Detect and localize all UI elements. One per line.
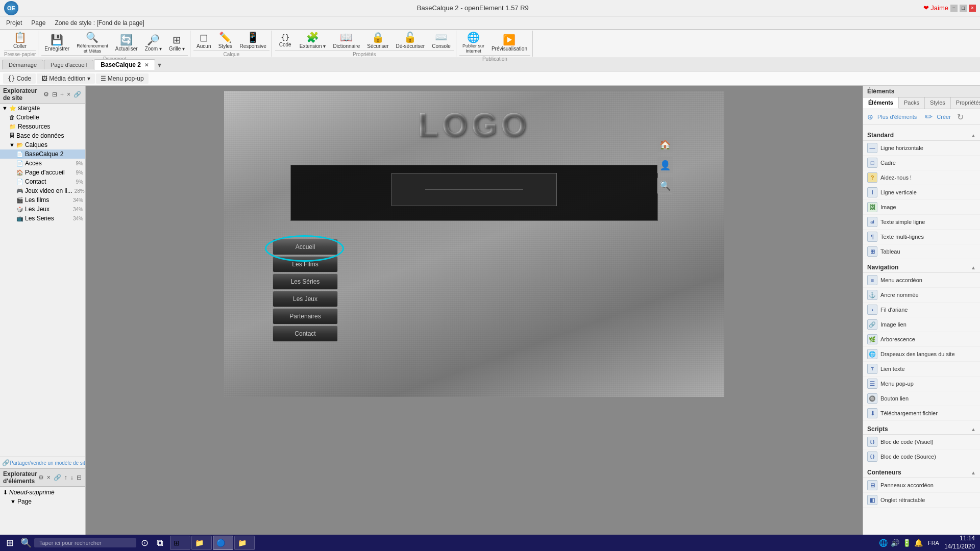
nav-series[interactable]: Les Séries [273, 273, 338, 290]
right-tab-styles[interactable]: Styles [925, 97, 951, 109]
tabs-dropdown-button[interactable]: ▾ [156, 61, 163, 69]
tab-accueil[interactable]: Page d'accueil [44, 60, 93, 69]
elem-code-source[interactable]: {} Bloc de code (Source) [863, 449, 980, 464]
taskbar-app-browser[interactable]: 🔵 [213, 536, 233, 550]
site-explorer-remove[interactable]: × [66, 90, 71, 98]
taskbar-app-folder[interactable]: 📁 [191, 536, 212, 550]
tab-close-button[interactable]: ✕ [144, 62, 149, 68]
console-button[interactable]: ⌨️ Console [429, 31, 454, 51]
coller-button[interactable]: 📋 Coller [10, 31, 30, 51]
previsualisation-button[interactable]: ▶️ Prévisualisation [488, 33, 530, 53]
tree-noeud[interactable]: ⬇ Noeud-supprimé [1, 488, 84, 497]
elem-lien-texte[interactable]: T Lien texte [863, 362, 980, 377]
navigation-collapse-icon[interactable]: ▲ [971, 265, 976, 270]
elem-settings[interactable]: ⚙ [37, 473, 45, 482]
zoom-button[interactable]: 🔎 Zoom ▾ [142, 33, 165, 53]
elem-ligne-h[interactable]: — Ligne horizontale [863, 141, 980, 156]
tree-acces[interactable]: 📄 Acces 9% [0, 159, 85, 168]
nav-partenaires[interactable]: Partenaires [273, 308, 338, 324]
elem-image-lien[interactable]: 🔗 Image lien [863, 317, 980, 332]
tree-jeux[interactable]: 🎮 Jeux video en li... 28% [0, 186, 85, 195]
right-tab-elements[interactable]: Éléments [863, 97, 899, 109]
minimize-button[interactable]: − [950, 5, 958, 12]
elem-onglet[interactable]: ◧ Onglet rétractable [863, 493, 980, 508]
extension-button[interactable]: 🧩 Extension ▾ [297, 31, 329, 51]
elem-fil-ariane[interactable]: › Fil d'ariane [863, 303, 980, 317]
site-explorer-add[interactable]: + [59, 90, 65, 98]
taskbar-search-input[interactable] [34, 538, 136, 547]
refresh-icon[interactable]: ↻ [957, 112, 964, 122]
grille-button[interactable]: ⊞ Grille ▾ [166, 33, 188, 53]
nav-accueil[interactable]: Accueil [273, 239, 338, 255]
elem-drapeaux[interactable]: 🌐 Drapeaux des langues du site [863, 347, 980, 362]
dictionnaire-button[interactable]: 📖 Dictionnaire [330, 31, 363, 51]
elem-texte-multi[interactable]: ¶ Texte multi-lignes [863, 230, 980, 244]
tree-contact[interactable]: 📄 Contact 9% [0, 177, 85, 186]
elem-aide[interactable]: ? Aidez-nous ! [863, 170, 980, 185]
tree-films[interactable]: 🎬 Les films 34% [0, 195, 85, 205]
scripts-collapse-icon[interactable]: ▲ [971, 427, 976, 432]
conteneurs-collapse-icon[interactable]: ▲ [971, 470, 976, 475]
elem-bouton-lien[interactable]: 🔘 Bouton lien [863, 391, 980, 406]
nav-jeux[interactable]: Les Jeux [273, 291, 338, 307]
elem-up[interactable]: ↑ [63, 473, 68, 482]
taskbar-cortana-icon[interactable]: ⊙ [137, 536, 152, 550]
plus-elements-button[interactable]: Plus d'éléments [877, 114, 917, 120]
elem-telechargement[interactable]: ⬇ Téléchargement fichier [863, 406, 980, 421]
enregistrer-button[interactable]: 💾 Enregistrer [41, 33, 72, 53]
publier-button[interactable]: 🌐 Publier surInternet [459, 31, 487, 55]
elem-cadre[interactable]: □ Cadre [863, 156, 980, 170]
code2-button[interactable]: {} Code [3, 73, 36, 84]
actualiser-button[interactable]: 🔄 Actualiser [112, 33, 141, 53]
elem-menu-accordeon[interactable]: ≡ Menu accordéon [863, 273, 980, 288]
jaime-button[interactable]: ❤ Jaime [923, 4, 948, 12]
canvas-scroll[interactable]: LOGO 🏠 👤 🔍 Accueil Les Fi [86, 86, 863, 535]
tree-ressources[interactable]: 📁 Ressources [0, 122, 85, 131]
elem-ligne-v[interactable]: I Ligne verticale [863, 185, 980, 200]
tree-page[interactable]: ▼ Page [1, 497, 84, 506]
taskbar-app-windows[interactable]: ⊞ [170, 536, 190, 550]
tree-corbelle[interactable]: 🗑 Corbelle [0, 113, 85, 122]
taskbar-multitask-icon[interactable]: ⧉ [153, 536, 167, 550]
creer-button[interactable]: Créer [937, 114, 951, 120]
maximize-button[interactable]: □ [960, 5, 967, 12]
tree-calques[interactable]: ▼ 📂 Calques [0, 140, 85, 149]
tab-basecalque2[interactable]: BaseCalque 2 ✕ [94, 59, 155, 70]
menu-popup-button[interactable]: ☰ Menu pop-up [96, 73, 149, 84]
right-tab-packs[interactable]: Packs [899, 97, 925, 109]
media-edition-button[interactable]: 🖼 Média édition ▾ [37, 73, 95, 84]
elem-image[interactable]: 🖼 Image [863, 200, 980, 215]
start-button[interactable]: ⊞ [2, 536, 18, 549]
elem-tableau[interactable]: ⊞ Tableau [863, 244, 980, 259]
elem-arborescence[interactable]: 🌿 Arborescence [863, 332, 980, 347]
site-explorer-link[interactable]: 🔗 [72, 90, 82, 98]
elem-link[interactable]: 🔗 [53, 473, 62, 482]
standard-collapse-icon[interactable]: ▲ [971, 133, 976, 138]
tree-series[interactable]: 📺 Les Series 34% [0, 214, 85, 223]
menu-page[interactable]: Page [27, 18, 50, 28]
right-tab-proprietes[interactable]: Propriétés [951, 97, 980, 109]
site-explorer-settings[interactable]: ⚙ [42, 90, 50, 98]
tree-basecalque2[interactable]: 📄 BaseCalque 2 [0, 149, 85, 159]
elem-menu-popup[interactable]: ☰ Menu pop-up [863, 377, 980, 391]
site-explorer-collapse[interactable]: ⊟ [51, 90, 58, 98]
desecuriser-button[interactable]: 🔓 Dé-sécuriser [393, 31, 428, 51]
responsive-button[interactable]: 📱 Responsive [236, 31, 269, 51]
tree-share[interactable]: 🔗 Partager/vendre un modèle de site [0, 457, 85, 468]
code-button[interactable]: {} Code [275, 32, 296, 49]
elem-code-visuel[interactable]: {} Bloc de code (Visuel) [863, 435, 980, 449]
referencement-button[interactable]: 🔍 Référencementet Métas [74, 31, 111, 55]
nav-films[interactable]: Les Films [273, 256, 338, 272]
elem-texte-simple[interactable]: aI Texte simple ligne [863, 215, 980, 230]
menu-projet[interactable]: Projet [2, 18, 26, 28]
tree-lesjeux[interactable]: 🎲 Les Jeux 34% [0, 205, 85, 214]
elem-collapse2[interactable]: ⊟ [76, 473, 83, 482]
tree-basededonnees[interactable]: 🗄 Base de données [0, 131, 85, 140]
tab-demarrage[interactable]: Démarrage [2, 60, 43, 69]
menu-style-zone[interactable]: Zone de style : [Fond de la page] [51, 18, 148, 28]
tree-stargate[interactable]: ▼ ⭐ stargate [0, 104, 85, 113]
close-button[interactable]: × [969, 5, 976, 12]
elem-panneaux[interactable]: ⊟ Panneaux accordéon [863, 478, 980, 493]
taskbar-app-files[interactable]: 📁 [234, 536, 255, 550]
elem-ancre[interactable]: ⚓ Ancre nommée [863, 288, 980, 303]
